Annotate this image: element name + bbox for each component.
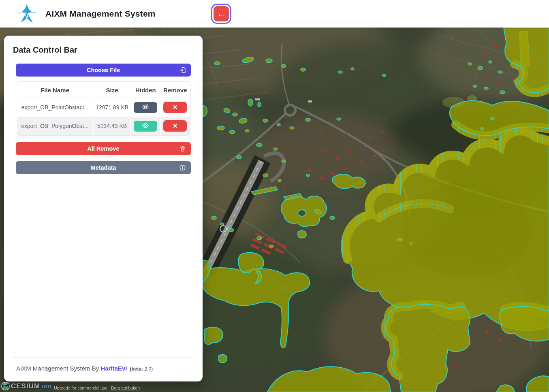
cesium-attribution: CESIUM ion Upgrade for commercial use. D…: [1, 381, 140, 391]
all-remove-button[interactable]: All Remove: [16, 142, 191, 155]
panel-title: Data Control Bar: [13, 45, 191, 55]
data-attribution-link[interactable]: Data attribution: [111, 386, 140, 390]
brand-link[interactable]: HaritaEvi: [100, 365, 127, 372]
file-name-cell: export_OB_PolygonObst...: [17, 117, 93, 135]
data-control-bar-panel: Data Control Bar Choose File File Name S…: [4, 36, 203, 381]
file-table: File Name Size Hidden Remove export_OB_P…: [16, 81, 191, 136]
x-icon: ✕: [173, 104, 178, 111]
cesium-wordmark: CESIUM: [11, 382, 40, 390]
col-header-remove: Remove: [161, 82, 190, 98]
cesium-globe-icon: [1, 381, 10, 391]
beta-version: 2.0): [144, 366, 153, 372]
col-header-file-name: File Name: [17, 82, 93, 98]
col-header-hidden: Hidden: [131, 82, 160, 98]
file-import-icon: [179, 67, 186, 74]
cesium-ion-logo[interactable]: CESIUM ion: [1, 381, 51, 391]
choose-file-label: Choose File: [87, 67, 120, 73]
ion-wordmark: ion: [42, 383, 51, 390]
x-icon: ✕: [173, 122, 178, 130]
credit-text: AIXM Management System By: [16, 365, 99, 372]
app-header: AIXM Management System ←: [0, 0, 549, 28]
collapse-panel-button[interactable]: ←: [214, 6, 229, 21]
file-row: export_OB_PointObstacl... 12071.89 KB: [17, 98, 190, 117]
back-arrow-icon: ←: [217, 9, 225, 18]
trash-icon: [179, 145, 186, 152]
choose-file-button[interactable]: Choose File: [16, 64, 191, 77]
col-header-size: Size: [94, 82, 130, 98]
file-size-cell: 12071.89 KB: [94, 98, 130, 117]
file-size-cell: 5134.43 KB: [94, 117, 130, 135]
eye-off-icon: [142, 103, 149, 112]
toggle-visibility-button[interactable]: [134, 121, 157, 132]
remove-file-button[interactable]: ✕: [163, 120, 187, 132]
eye-icon: [142, 122, 149, 130]
info-icon: [179, 164, 186, 171]
upgrade-text: Upgrade for commercial use.: [54, 386, 109, 390]
table-header-row: File Name Size Hidden Remove: [17, 82, 190, 98]
all-remove-label: All Remove: [88, 145, 120, 152]
remove-file-button[interactable]: ✕: [163, 102, 187, 113]
metadata-label: Metadata: [91, 164, 116, 171]
metadata-button[interactable]: Metadata: [16, 161, 191, 174]
panel-footer: AIXM Management System By HaritaEvi(beta…: [13, 357, 192, 372]
beta-label: (beta:: [130, 366, 143, 372]
file-row: export_OB_PolygonObst... 5134.43 KB: [17, 117, 190, 135]
app-title: AIXM Management System: [45, 9, 156, 19]
app-logo-icon: [15, 3, 38, 24]
toggle-visibility-button[interactable]: [134, 102, 157, 113]
file-name-cell: export_OB_PointObstacl...: [17, 98, 93, 117]
